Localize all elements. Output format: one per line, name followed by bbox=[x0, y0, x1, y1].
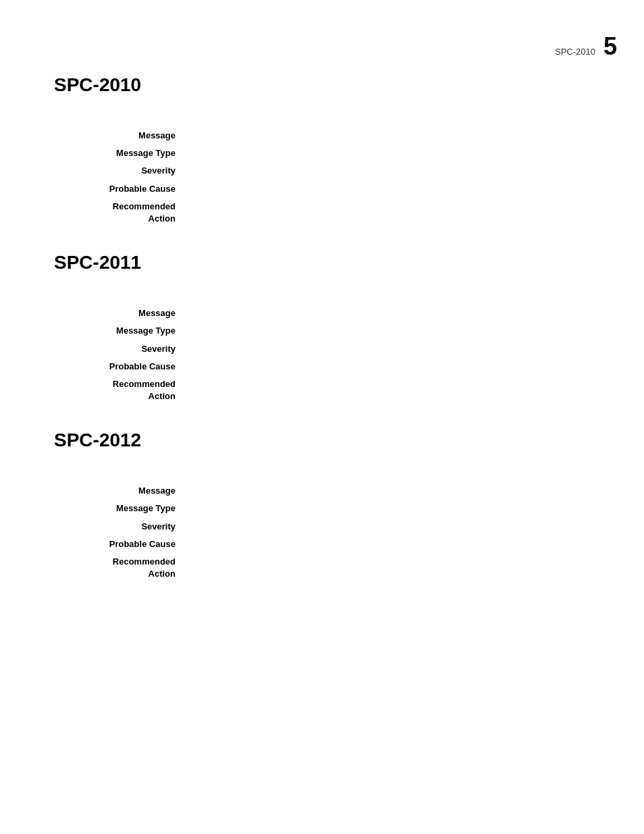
spacer-spc-2011-0 bbox=[54, 287, 617, 307]
field-value bbox=[189, 343, 617, 355]
field-label: Severity bbox=[54, 165, 189, 177]
field-value bbox=[189, 361, 617, 373]
header-code: SPC-2010 bbox=[555, 47, 595, 57]
field-row-spc-2011-message-type: Message Type bbox=[54, 325, 617, 337]
field-value bbox=[189, 538, 617, 550]
field-label: Message bbox=[54, 307, 189, 319]
page-header: SPC-2010 5 bbox=[555, 32, 617, 61]
field-row-spc-2011-probable-cause: Probable Cause bbox=[54, 361, 617, 373]
field-row-spc-2011-message: Message bbox=[54, 307, 617, 319]
field-row-spc-2012-message-type: Message Type bbox=[54, 502, 617, 515]
field-value bbox=[189, 521, 617, 533]
field-row-spc-2011-severity: Severity bbox=[54, 343, 617, 355]
field-label: Probable Cause bbox=[54, 183, 189, 195]
field-row-spc-2011-recommended-action: RecommendedAction bbox=[54, 378, 617, 402]
spacer-spc-2012-0 bbox=[54, 465, 617, 485]
section-spc-2011: SPC-2011MessageMessage TypeSeverityProba… bbox=[54, 252, 617, 402]
field-label: Message Type bbox=[54, 325, 189, 337]
spacer-spc-2010-0 bbox=[54, 109, 617, 130]
field-value bbox=[189, 502, 617, 515]
main-content: SPC-2010MessageMessage TypeSeverityProba… bbox=[0, 0, 644, 648]
field-value bbox=[189, 183, 617, 195]
field-row-spc-2010-message-type: Message Type bbox=[54, 147, 617, 159]
field-label: Severity bbox=[54, 521, 189, 533]
field-row-spc-2010-probable-cause: Probable Cause bbox=[54, 183, 617, 195]
field-value bbox=[189, 485, 617, 497]
field-label: Message Type bbox=[54, 147, 189, 159]
field-label: Message Type bbox=[54, 502, 189, 515]
header-page-number: 5 bbox=[603, 32, 617, 61]
field-label: RecommendedAction bbox=[54, 556, 189, 580]
field-label: Probable Cause bbox=[54, 538, 189, 550]
field-row-spc-2012-severity: Severity bbox=[54, 521, 617, 533]
field-label: Probable Cause bbox=[54, 361, 189, 373]
field-row-spc-2010-recommended-action: RecommendedAction bbox=[54, 201, 617, 225]
field-label: RecommendedAction bbox=[54, 378, 189, 402]
field-value bbox=[189, 307, 617, 319]
section-title-spc-2012: SPC-2012 bbox=[54, 429, 617, 451]
section-spc-2010: SPC-2010MessageMessage TypeSeverityProba… bbox=[54, 74, 617, 225]
section-title-spc-2010: SPC-2010 bbox=[54, 74, 617, 96]
field-value bbox=[189, 130, 617, 142]
field-value bbox=[189, 201, 617, 225]
field-row-spc-2010-message: Message bbox=[54, 130, 617, 142]
field-value bbox=[189, 556, 617, 580]
field-label: Message bbox=[54, 485, 189, 497]
field-value bbox=[189, 165, 617, 177]
field-value bbox=[189, 378, 617, 402]
field-label: Severity bbox=[54, 343, 189, 355]
field-row-spc-2012-message: Message bbox=[54, 485, 617, 497]
field-row-spc-2012-recommended-action: RecommendedAction bbox=[54, 556, 617, 580]
field-label: Message bbox=[54, 130, 189, 142]
section-spc-2012: SPC-2012MessageMessage TypeSeverityProba… bbox=[54, 429, 617, 580]
field-label: RecommendedAction bbox=[54, 201, 189, 225]
field-value bbox=[189, 325, 617, 337]
field-value bbox=[189, 147, 617, 159]
field-row-spc-2010-severity: Severity bbox=[54, 165, 617, 177]
section-title-spc-2011: SPC-2011 bbox=[54, 252, 617, 273]
field-row-spc-2012-probable-cause: Probable Cause bbox=[54, 538, 617, 550]
